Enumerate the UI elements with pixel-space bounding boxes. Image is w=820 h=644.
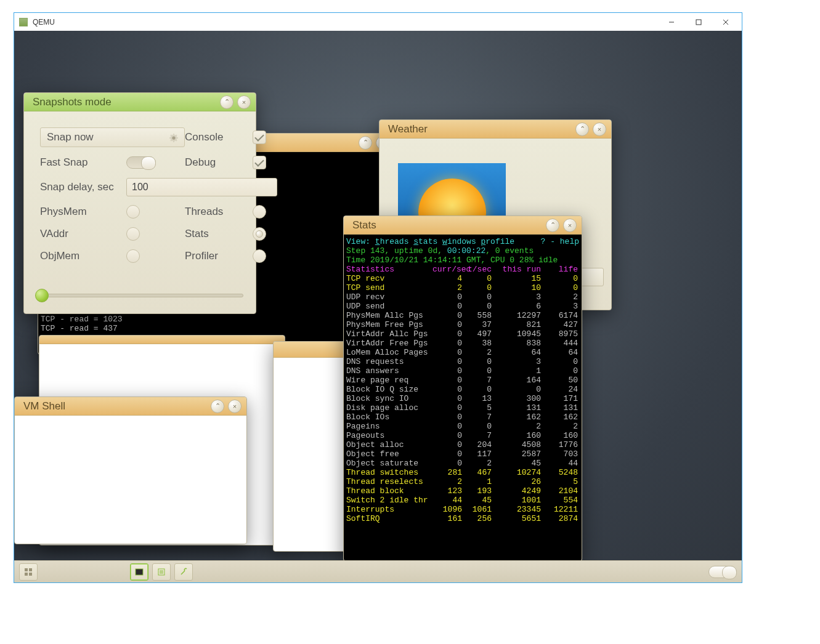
objmem-label: ObjMem	[40, 250, 126, 262]
stat-row: Block sync IO013300171	[346, 394, 579, 403]
taskbar-toggle[interactable]	[708, 566, 737, 578]
stat-row: DNS answers0010	[346, 366, 579, 376]
stats-label: Stats	[185, 228, 253, 240]
stat-row: VirtAddr Free Pgs038838444	[346, 339, 579, 348]
vmshell-titlebar[interactable]: VM Shell ⌃ ×	[15, 397, 246, 416]
svg-rect-2	[29, 568, 32, 571]
gear-icon	[169, 133, 178, 142]
console-checkbox[interactable]	[253, 131, 266, 144]
host-title-text: QEMU	[33, 18, 55, 26]
stat-row: Thread reselects21265	[346, 477, 579, 486]
fast-snap-label: Fast Snap	[40, 156, 126, 169]
svg-rect-4	[29, 573, 32, 576]
vmshell-body[interactable]	[15, 416, 246, 544]
stat-row: UDP send0063	[346, 302, 579, 311]
stat-row: Thread block12319342492104	[346, 486, 579, 496]
snapshots-window[interactable]: Snapshots mode ⌃ × Snap now Console	[23, 92, 256, 314]
snap-delay-label: Snap delay, sec	[40, 181, 126, 193]
snapshots-title: Snapshots mode	[33, 96, 112, 108]
stat-row: Disk page alloc05131131	[346, 403, 579, 413]
svg-rect-1	[25, 568, 28, 571]
close-icon[interactable]: ×	[237, 95, 251, 109]
snapshots-slider-thumb[interactable]	[35, 289, 49, 302]
physmem-radio[interactable]	[126, 205, 140, 219]
minimize-button[interactable]	[658, 14, 685, 31]
snap-now-button[interactable]: Snap now	[40, 127, 185, 147]
threads-radio[interactable]	[253, 205, 266, 219]
close-icon[interactable]: ×	[563, 219, 577, 232]
weather-sun-icon	[398, 163, 506, 222]
app-icon	[19, 18, 28, 26]
stat-row: TCP recv40150	[346, 274, 579, 283]
threads-label: Threads	[185, 206, 253, 218]
minimize-icon[interactable]: ⌃	[575, 123, 589, 136]
vmshell-title: VM Shell	[23, 400, 65, 413]
stat-row: LoMem Alloc Pages026464	[346, 348, 579, 357]
close-icon[interactable]: ×	[593, 123, 606, 136]
debug-label: Debug	[185, 156, 253, 169]
stat-row: Wire page req0716450	[346, 376, 579, 385]
close-icon[interactable]: ×	[228, 400, 242, 413]
task-doc-icon[interactable]	[152, 563, 171, 581]
stats-titlebar[interactable]: Stats ⌃ ×	[344, 216, 582, 235]
svg-rect-0	[696, 20, 701, 25]
stat-row: PhysMem Free Pgs037821427	[346, 320, 579, 329]
svg-rect-5	[136, 569, 143, 575]
console-line: TCP - read = 437	[41, 324, 392, 333]
stat-row: PhysMem Allc Pgs0558122976174	[346, 311, 579, 320]
weather-titlebar[interactable]: Weather ⌃ ×	[380, 120, 611, 139]
host-window: QEMU Ph ⌃ ×	[14, 12, 742, 583]
console-label: Console	[185, 131, 253, 143]
host-titlebar[interactable]: QEMU	[14, 13, 742, 31]
snapshots-body: Snap now Console Fast Snap Debug Snap de…	[24, 111, 256, 313]
stat-row: Object saturate024544	[346, 459, 579, 468]
snapshots-titlebar[interactable]: Snapshots mode ⌃ ×	[24, 93, 256, 111]
stat-row: Pageouts07160160	[346, 431, 579, 440]
stats-title: Stats	[352, 219, 376, 231]
stats-radio[interactable]	[253, 227, 266, 241]
minimize-icon[interactable]: ⌃	[546, 219, 559, 232]
stat-row: Thread switches281467102745248	[346, 468, 579, 477]
vmshell-window[interactable]: VM Shell ⌃ ×	[14, 396, 247, 544]
minimize-icon[interactable]: ⌃	[220, 95, 233, 109]
stat-row: TCP send20100	[346, 283, 579, 292]
console-line: TCP - read = 1023	[41, 315, 392, 324]
weather-title: Weather	[388, 123, 428, 135]
vaddr-radio[interactable]	[126, 227, 140, 241]
snap-delay-input[interactable]	[126, 178, 277, 196]
physmem-label: PhysMem	[40, 206, 126, 218]
svg-rect-3	[25, 573, 28, 576]
doc1-titlebar[interactable]	[39, 336, 285, 344]
stat-row: Pageins0022	[346, 422, 579, 431]
doc2-body	[274, 358, 352, 551]
stat-row: Object free01172587703	[346, 449, 579, 459]
stat-row: Block IO Q size00024	[346, 385, 579, 394]
stat-row: VirtAddr Allc Pgs0497109458975	[346, 329, 579, 339]
objmem-radio[interactable]	[126, 249, 140, 263]
stat-row: Object alloc020445081776	[346, 440, 579, 449]
doc2-titlebar[interactable]	[274, 342, 352, 358]
vaddr-label: VAddr	[40, 228, 126, 240]
debug-checkbox[interactable]	[253, 156, 266, 169]
task-tools-icon[interactable]	[174, 563, 193, 581]
stats-body: View: threads stats windows profile? - h…	[344, 235, 582, 561]
taskbar[interactable]	[14, 560, 742, 582]
start-button[interactable]	[19, 563, 38, 581]
stat-row: Block IOs07162162	[346, 413, 579, 422]
stat-row: SoftIRQ16125656512874	[346, 514, 579, 523]
stats-window[interactable]: Stats ⌃ × View: threads stats windows pr…	[343, 215, 582, 561]
minimize-icon[interactable]: ⌃	[359, 136, 372, 150]
stat-row: Interrupts109610612334512211	[346, 505, 579, 514]
stat-row: DNS requests0030	[346, 357, 579, 366]
profiler-label: Profiler	[185, 250, 253, 262]
snapshots-slider[interactable]	[36, 294, 243, 297]
maximize-button[interactable]	[685, 14, 712, 31]
fast-snap-toggle[interactable]	[126, 156, 156, 169]
profiler-radio[interactable]	[253, 249, 266, 263]
minimize-icon[interactable]: ⌃	[211, 400, 224, 413]
task-terminal-icon[interactable]	[130, 563, 148, 581]
close-button[interactable]	[712, 14, 739, 31]
stat-row: Switch 2 idle thr44451001554	[346, 496, 579, 505]
guest-desktop[interactable]: Ph ⌃ × TCP - read = 1023 TCP - read = 43…	[14, 31, 742, 582]
doc-window-2[interactable]	[273, 341, 353, 552]
